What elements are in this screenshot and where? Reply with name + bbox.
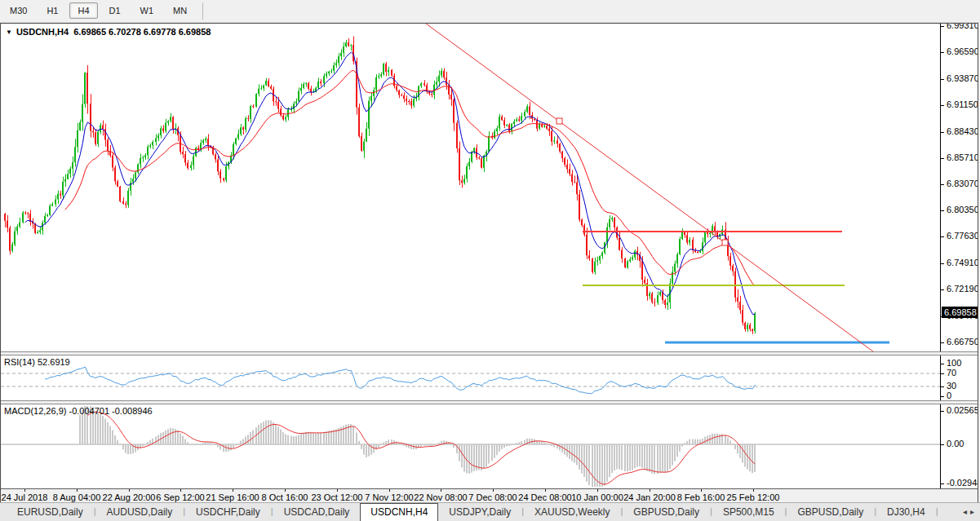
macd-histogram-bar	[235, 444, 237, 446]
macd-histogram-bar	[308, 432, 309, 444]
date-tickmark	[493, 489, 494, 492]
tab-eurusd-daily[interactable]: EURUSD,Daily	[7, 503, 94, 521]
candle-body	[162, 128, 164, 130]
tab-xauusd-weekly[interactable]: XAUUSD,Weekly	[524, 503, 620, 521]
macd-histogram-bar	[662, 444, 663, 472]
candle-body	[64, 179, 66, 182]
timeframe-button-m30[interactable]: M30	[2, 2, 35, 19]
macd-histogram-bar	[363, 444, 365, 455]
macd-histogram-bar	[358, 441, 360, 444]
date-label: 22 Aug 20:00	[103, 492, 156, 502]
macd-histogram-bar	[551, 444, 552, 446]
timeframe-button-h4[interactable]: H4	[69, 2, 97, 19]
date-label: 6 Sep 12:00	[156, 492, 204, 502]
macd-histogram-bar	[250, 432, 251, 444]
candle-body	[193, 157, 194, 166]
tab-sp500-m15[interactable]: SP500,M15	[712, 503, 785, 521]
macd-histogram-bar	[79, 415, 81, 444]
tab-audusd-daily[interactable]: AUDUSD,Daily	[96, 503, 184, 521]
macd-label: MACD(12,26,9) -0.004701 -0.008946	[4, 406, 153, 416]
tab-usdjpy-daily[interactable]: USDJPY,Daily	[438, 503, 521, 521]
price-axis[interactable]: 6.993106.965906.938706.911506.884306.857…	[940, 24, 978, 351]
macd-panel: MACD(12,26,9) -0.004701 -0.008946 0.0256…	[1, 404, 978, 488]
fast-ma	[25, 52, 756, 314]
candle-body	[468, 161, 470, 166]
macd-histogram-bar	[684, 443, 685, 444]
timeframe-button-d1[interactable]: D1	[101, 2, 129, 19]
candle-body	[684, 232, 685, 236]
macd-histogram-bar	[481, 444, 482, 470]
tab-gbpusd-daily[interactable]: GBPUSD,Daily	[787, 503, 874, 521]
macd-histogram-bar	[263, 422, 264, 444]
candle-body	[704, 232, 706, 242]
candle-body	[511, 124, 512, 131]
candle-body	[443, 71, 445, 77]
macd-histogram-bar	[247, 435, 249, 444]
macd-histogram-bar	[546, 444, 548, 444]
candle-body	[11, 245, 13, 251]
candle-body	[709, 233, 711, 235]
macd-histogram-bar	[689, 439, 690, 444]
candle-body	[205, 139, 206, 140]
tab-usdcnh-h4[interactable]: USDCNH,H4	[360, 503, 438, 521]
rsi-plot[interactable]	[1, 355, 942, 400]
candle-body	[742, 310, 743, 323]
candle-body	[4, 214, 6, 221]
candle-body	[541, 125, 543, 127]
tab-dj30-h4[interactable]: DJ30,H4	[876, 503, 936, 521]
collapse-arrow-icon[interactable]: ▼	[6, 29, 12, 36]
timeframe-button-w1[interactable]: W1	[132, 2, 162, 19]
candle-body	[358, 108, 360, 137]
macd-histogram-bar	[548, 444, 550, 445]
macd-histogram-bar	[619, 444, 620, 470]
rsi-line	[45, 367, 755, 394]
macd-histogram-bar	[97, 413, 99, 444]
candle-body	[694, 250, 696, 252]
price-tickmark	[941, 184, 944, 185]
candle-body	[516, 119, 517, 121]
trendline-handle	[722, 240, 728, 245]
date-tickmark	[753, 489, 754, 492]
candle-body	[559, 143, 561, 151]
macd-histogram-bar	[641, 444, 643, 468]
tabs-scroll-left-icon[interactable]: ◂	[963, 507, 970, 516]
macd-histogram-bar	[320, 433, 321, 444]
candle-body	[524, 112, 525, 116]
macd-histogram-bar	[149, 440, 151, 444]
candle-body	[69, 169, 71, 174]
macd-histogram-bar	[576, 444, 578, 466]
candle-body	[576, 182, 578, 194]
macd-histogram-bar	[200, 444, 202, 444]
candle-body	[388, 70, 389, 73]
candle-body	[441, 71, 442, 76]
macd-histogram-bar	[426, 444, 428, 446]
macd-histogram-bar	[433, 444, 435, 445]
macd-histogram-bar	[175, 429, 176, 444]
date-tickmark	[180, 489, 181, 492]
timeframe-button-h1[interactable]: H1	[38, 2, 66, 19]
tab-usdcad-daily[interactable]: USDCAD,Daily	[273, 503, 361, 521]
tab-gbpusd-daily[interactable]: GBPUSD,Daily	[623, 503, 710, 521]
price-chart-plot[interactable]	[1, 24, 942, 351]
macd-histogram-bar	[398, 444, 400, 444]
macd-histogram-bar	[704, 437, 706, 444]
timeframe-button-mn[interactable]: MN	[165, 2, 195, 19]
macd-histogram-bar	[604, 444, 605, 486]
macd-axis[interactable]: 0.0256560.00-0.029484	[940, 404, 978, 488]
macd-histogram-bar	[674, 444, 676, 461]
macd-histogram-bar	[729, 441, 731, 445]
candle-body	[117, 181, 118, 186]
candle-body	[348, 42, 349, 46]
tab-usdchf-daily[interactable]: USDCHF,Daily	[185, 503, 271, 521]
candle-body	[86, 73, 88, 104]
candle-body	[340, 53, 342, 56]
tabs-scroll-right-icon[interactable]: ▸	[970, 507, 978, 516]
candle-body	[250, 106, 251, 119]
candle-body	[285, 117, 286, 120]
macd-histogram-bar	[524, 440, 525, 444]
rsi-axis[interactable]: 10070300	[940, 355, 978, 400]
candle-body	[343, 46, 344, 53]
date-label: 10 Jan 00:00	[571, 492, 623, 502]
macd-plot[interactable]	[1, 404, 942, 488]
candle-body	[627, 262, 628, 268]
